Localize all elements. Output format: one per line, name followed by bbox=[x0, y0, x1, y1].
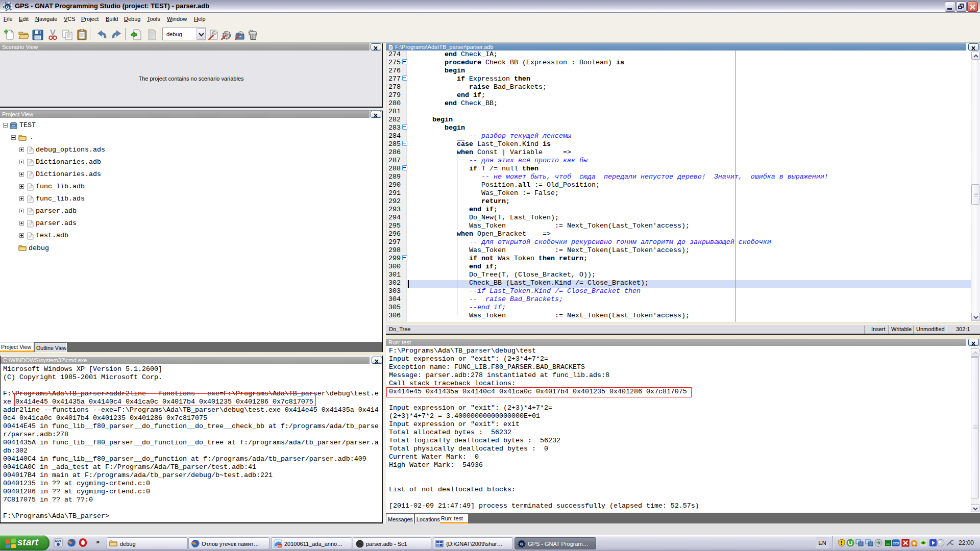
svg-text:G: G bbox=[6, 4, 9, 10]
svg-text:G: G bbox=[520, 542, 523, 546]
svg-text:CCS: CCS bbox=[893, 542, 899, 545]
svg-text:PDF: PDF bbox=[277, 544, 282, 547]
svg-text:MV2: MV2 bbox=[55, 540, 62, 543]
